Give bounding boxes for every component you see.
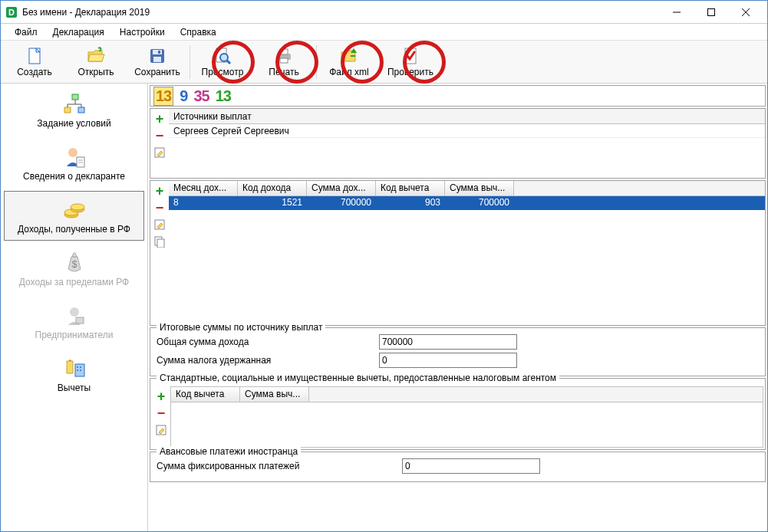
new-file-icon [25, 47, 44, 65]
rate-tabs: 13 9 35 13 [150, 85, 766, 107]
edit-icon [155, 424, 167, 436]
add-agent-ded-button[interactable]: + [154, 389, 168, 403]
fixed-payments-input[interactable] [402, 458, 540, 474]
source-row[interactable]: Сергеев Сергей Сергеевич [169, 124, 765, 138]
col-income-code[interactable]: Код дохода [238, 181, 307, 195]
minimize-button[interactable] [659, 2, 694, 23]
window-title: Без имени - Декларация 2019 [22, 7, 659, 18]
titlebar: D Без имени - Декларация 2019 [1, 1, 767, 24]
minus-icon: − [156, 132, 164, 140]
sidebar-item-declarant[interactable]: Сведения о декларанте [4, 138, 144, 188]
remove-source-button[interactable]: − [153, 129, 166, 143]
sidebar-label: Вычеты [58, 383, 91, 393]
svg-point-26 [68, 148, 77, 157]
sidebar-item-conditions[interactable]: Задание условий [4, 85, 144, 135]
sidebar-item-income-foreign: $ Доходы за пределами РФ [4, 244, 144, 294]
plus-icon: + [156, 113, 164, 124]
add-source-button[interactable]: + [153, 112, 166, 126]
tax-withheld-input[interactable] [379, 353, 517, 368]
advance-fieldset: Авансовые платежи иностранца Сумма фикси… [150, 452, 766, 482]
remove-agent-ded-button[interactable]: − [154, 406, 168, 420]
copy-income-button[interactable] [153, 235, 166, 248]
sidebar-item-entrepreneurs: Предприниматели [4, 297, 144, 346]
cell-deduction-sum: 700000 [445, 196, 514, 210]
sidebar: Задание условий Сведения о декларанте До… [1, 84, 148, 531]
remove-income-button[interactable]: − [153, 201, 166, 215]
svg-line-14 [227, 61, 230, 64]
minus-icon: − [157, 409, 166, 417]
sources-header: Источники выплат [169, 109, 765, 124]
agent-deductions-legend: Стандартные, социальные и имущественные … [157, 373, 559, 383]
copy-icon [153, 235, 166, 248]
edit-income-button[interactable] [153, 218, 166, 232]
create-button[interactable]: Создать [4, 41, 65, 83]
toolbar-separator [316, 45, 317, 79]
create-label: Создать [17, 67, 52, 77]
menu-file[interactable]: Файл [7, 25, 45, 39]
svg-rect-21 [78, 107, 84, 113]
preview-label: Просмотр [202, 67, 244, 77]
entrepreneur-icon [62, 304, 87, 328]
col-agent-sum[interactable]: Сумма выч... [240, 387, 309, 402]
totals-fieldset: Итоговые суммы по источнику выплат Общая… [150, 327, 766, 376]
close-button[interactable] [728, 2, 763, 23]
print-label: Печать [269, 67, 298, 77]
income-row[interactable]: 8 1521 700000 903 700000 [169, 196, 765, 210]
menu-declaration[interactable]: Декларация [45, 25, 112, 39]
maximize-button[interactable] [694, 2, 728, 23]
edit-agent-ded-button[interactable] [154, 423, 168, 437]
edit-source-button[interactable] [153, 146, 166, 159]
xml-button[interactable]: Файл xml [318, 41, 380, 83]
main-panel: 13 9 35 13 + − Источники выплат Сергеев … [148, 84, 767, 531]
sidebar-label: Доходы за пределами РФ [19, 277, 129, 287]
deductions-icon [62, 356, 87, 381]
sidebar-label: Задание условий [37, 118, 110, 129]
xml-export-icon [340, 47, 358, 65]
sidebar-item-deductions[interactable]: Вычеты [4, 350, 144, 399]
money-bag-icon: $ [62, 251, 87, 275]
preview-button[interactable]: Просмотр [192, 41, 253, 83]
svg-text:D: D [8, 8, 15, 17]
svg-rect-19 [72, 94, 78, 100]
income-panel: + − Месяц дох... Код дохода Сумма дох...… [150, 180, 766, 326]
col-deduction-code[interactable]: Код вычета [376, 181, 445, 195]
xml-label: Файл xml [329, 67, 369, 77]
col-month[interactable]: Месяц дох... [169, 181, 238, 195]
svg-rect-20 [64, 107, 71, 113]
col-deduction-sum[interactable]: Сумма выч... [445, 181, 514, 195]
plus-icon: + [156, 186, 164, 196]
svg-rect-10 [153, 57, 161, 62]
rate-tab-13b[interactable]: 13 [216, 87, 231, 105]
rate-tab-35[interactable]: 35 [193, 87, 209, 105]
total-income-label: Общая сумма дохода [157, 337, 379, 347]
save-button[interactable]: Сохранить [127, 41, 188, 83]
rate-tab-9[interactable]: 9 [180, 87, 187, 105]
total-income-input[interactable] [379, 334, 517, 350]
svg-rect-36 [76, 317, 84, 323]
cell-income-code: 1521 [238, 196, 307, 210]
col-agent-code[interactable]: Код вычета [171, 387, 240, 402]
check-doc-icon [401, 47, 420, 65]
toolbar: Создать Открыть Сохранить Просмотр Печат… [1, 41, 767, 84]
open-button[interactable]: Открыть [65, 41, 127, 83]
sidebar-label: Предприниматели [35, 330, 114, 340]
menu-settings[interactable]: Настройки [112, 25, 173, 39]
print-button[interactable]: Печать [253, 41, 315, 83]
cell-deduction-code: 903 [376, 196, 445, 210]
rate-tab-13[interactable]: 13 [153, 87, 173, 106]
svg-rect-16 [280, 49, 288, 54]
sidebar-item-income-rf[interactable]: Доходы, полученные в РФ [4, 191, 144, 241]
svg-rect-3 [707, 8, 714, 15]
check-button[interactable]: Проверить [380, 41, 441, 83]
svg-point-39 [80, 366, 81, 368]
agent-deductions-fieldset: Стандартные, социальные и имущественные … [150, 378, 766, 450]
sources-panel: + − Источники выплат Сергеев Сергей Серг… [150, 108, 766, 179]
edit-icon [153, 146, 166, 159]
menu-help[interactable]: Справка [173, 25, 224, 39]
check-label: Проверить [387, 67, 433, 77]
add-income-button[interactable]: + [153, 184, 166, 198]
edit-icon [153, 218, 166, 231]
col-income-sum[interactable]: Сумма дох... [307, 181, 376, 195]
toolbar-separator [190, 45, 190, 79]
svg-rect-17 [280, 58, 288, 63]
